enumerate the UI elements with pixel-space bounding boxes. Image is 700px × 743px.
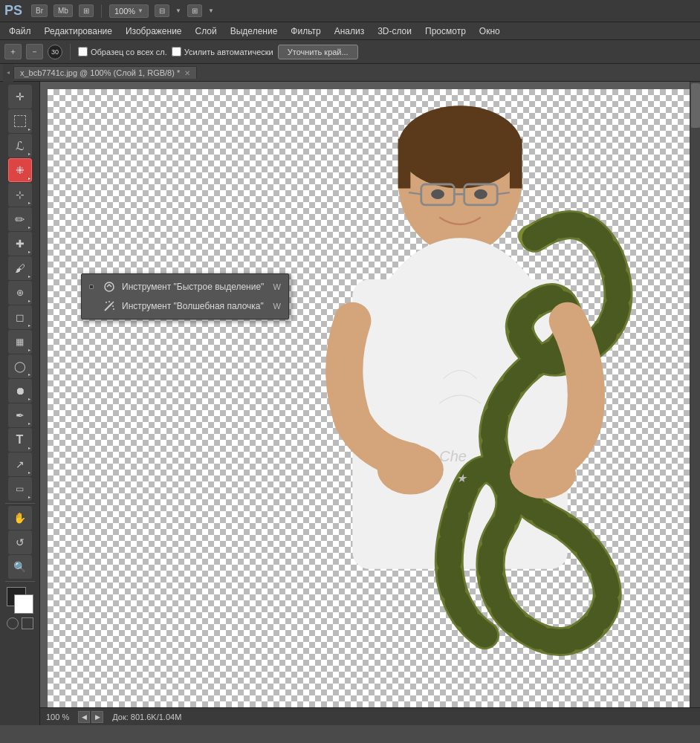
brush-size-indicator: 30 [48,45,62,59]
svg-rect-3 [510,139,522,189]
zoom-display[interactable]: 100% ▼ [109,4,149,18]
blur-tool[interactable]: ◯ ▸ [8,354,32,378]
shape-arrow: ▸ [28,494,30,499]
quick-select-icon [103,280,116,293]
svg-point-9 [432,189,445,199]
svg-point-21 [106,302,107,303]
zoom-dropdown-arrow: ▼ [137,7,143,14]
quick-mask-btn[interactable] [7,617,19,629]
menu-file[interactable]: Файл [3,25,37,38]
screen-mode-btn[interactable] [22,617,33,629]
svg-point-16 [377,445,444,495]
pen-tool[interactable]: ✒ ▸ [8,403,32,427]
brush-tool[interactable]: 🖌 ▸ [8,256,32,280]
view-mode-btn[interactable]: ⊟ [155,4,169,17]
minibrige-btn[interactable]: Mb [54,4,73,17]
menu-3d[interactable]: 3D-слои [372,25,418,38]
menu-window[interactable]: Окно [473,25,506,38]
clone-arrow: ▸ [28,298,30,303]
quickselect-arrow: ▸ [28,175,30,181]
zoom-tool[interactable]: 🔍 [8,555,32,579]
crop-tool[interactable]: ⊹ ▸ [8,183,32,207]
rotate-view-tool[interactable]: ↺ [8,531,32,554]
gradient-tool[interactable]: ▦ ▸ [8,330,32,354]
menu-view[interactable]: Просмотр [419,25,472,38]
text-tool[interactable]: T ▸ [8,428,32,452]
enhance-auto-option[interactable]: Усилить автоматически [172,47,273,56]
sample-all-layers-option[interactable]: Образец со всех сл. [78,47,167,56]
arrange-dropdown-arrow[interactable]: ▼ [208,7,214,14]
options-bar: ＋ － 30 Образец со всех сл. Усилить автом… [0,40,700,64]
tab-bar: ◂ x_bcb7741c.jpg @ 100% (Слой 1, RGB/8) … [0,64,700,82]
magic-wand-tool-item[interactable]: Инструмент "Волшебная палочка" W [82,296,288,316]
canvas-image: Che ★ [241,89,679,718]
bridge-btn[interactable]: Br [31,4,48,17]
dodge-tool[interactable]: ⏺ ▸ [8,379,32,403]
clone-tool[interactable]: ⊕ ▸ [8,281,32,305]
menu-bar: Файл Редактирование Изображение Слой Выд… [0,22,700,40]
nav-prev-btn[interactable]: ◀ [78,711,90,723]
add-mode-btn[interactable]: ＋ [4,44,22,59]
healing-arrow: ▸ [28,249,30,254]
shape-tool[interactable]: ▭ ▸ [8,477,32,501]
move-tool[interactable]: ✛ [8,85,32,108]
lasso-arrow: ▸ [28,151,30,156]
view-dropdown-arrow[interactable]: ▼ [175,7,181,14]
status-bar: 100 % ◀ ▶ Док: 801.6K/1.04M [40,707,700,725]
menu-edit[interactable]: Редактирование [39,25,118,38]
top-bar: PS Br Mb ⊞ 100% ▼ ⊟ ▼ ⊞ ▼ [0,0,700,22]
lasso-tool[interactable]: ℒ ▸ [8,134,32,158]
arrange-windows-btn[interactable]: ⊞ [187,4,202,17]
text-arrow: ▸ [28,445,30,450]
magic-wand-icon [103,299,116,313]
workspace: ✛ ▸ ℒ ▸ ⁜ ▸ ⊹ ▸ ✏ ▸ ✚ ▸ 🖌 ▸ [0,82,700,725]
marquee-tool[interactable]: ▸ [8,109,32,133]
tab-scroll-left[interactable]: ◂ [3,64,13,82]
svg-point-1 [398,106,522,188]
arrange-btn[interactable]: ⊞ [79,4,94,17]
toolbar-separator-2 [5,581,35,582]
toolbar: ✛ ▸ ℒ ▸ ⁜ ▸ ⊹ ▸ ✏ ▸ ✚ ▸ 🖌 ▸ [0,82,40,725]
svg-rect-2 [398,139,411,189]
healing-tool[interactable]: ✚ ▸ [8,232,32,256]
refine-edge-button[interactable]: Уточнить край... [278,45,358,59]
svg-text:★: ★ [456,472,467,484]
marquee-arrow: ▸ [28,126,30,132]
eyedropper-tool[interactable]: ✏ ▸ [8,207,32,231]
menu-layer[interactable]: Слой [189,25,223,38]
background-color[interactable] [14,594,33,614]
svg-point-23 [112,305,114,307]
eraser-tool[interactable]: ◻ ▸ [8,305,32,329]
menu-image[interactable]: Изображение [120,25,188,38]
path-selection-tool[interactable]: ↗ ▸ [8,452,32,476]
svg-text:Che: Che [440,448,467,464]
menu-select[interactable]: Выделение [224,25,284,38]
eraser-arrow: ▸ [28,322,30,328]
brush-arrow: ▸ [28,273,30,279]
active-indicator [89,285,94,289]
color-blocks [7,587,33,614]
quick-select-tool[interactable]: ⁜ ▸ [8,158,32,182]
scrollbar-thumb[interactable] [691,83,700,128]
tab-close-btn[interactable]: ✕ [184,69,190,77]
enhance-auto-checkbox[interactable] [172,47,181,56]
hand-tool[interactable]: ✋ [8,506,32,530]
ps-logo: PS [4,3,22,19]
sample-all-layers-checkbox[interactable] [78,47,88,56]
eyedropper-arrow: ▸ [28,224,30,230]
pen-arrow: ▸ [28,421,30,426]
menu-analysis[interactable]: Анализ [328,25,371,38]
toolbar-separator [5,503,35,504]
dodge-arrow: ▸ [28,396,30,401]
vertical-scrollbar[interactable] [690,82,700,725]
subtract-mode-btn[interactable]: － [26,44,43,59]
document-tab[interactable]: x_bcb7741c.jpg @ 100% (Слой 1, RGB/8) * … [13,66,197,79]
person-svg: Che ★ [241,89,679,718]
nav-next-btn[interactable]: ▶ [91,711,103,723]
gradient-arrow: ▸ [28,347,30,352]
quick-select-tool-item[interactable]: Инструмент "Быстрое выделение" W [82,277,288,296]
menu-filter[interactable]: Фильтр [285,25,326,38]
crop-arrow: ▸ [28,200,30,205]
doc-info: Док: 801.6K/1.04M [112,713,181,721]
svg-point-17 [510,449,576,499]
